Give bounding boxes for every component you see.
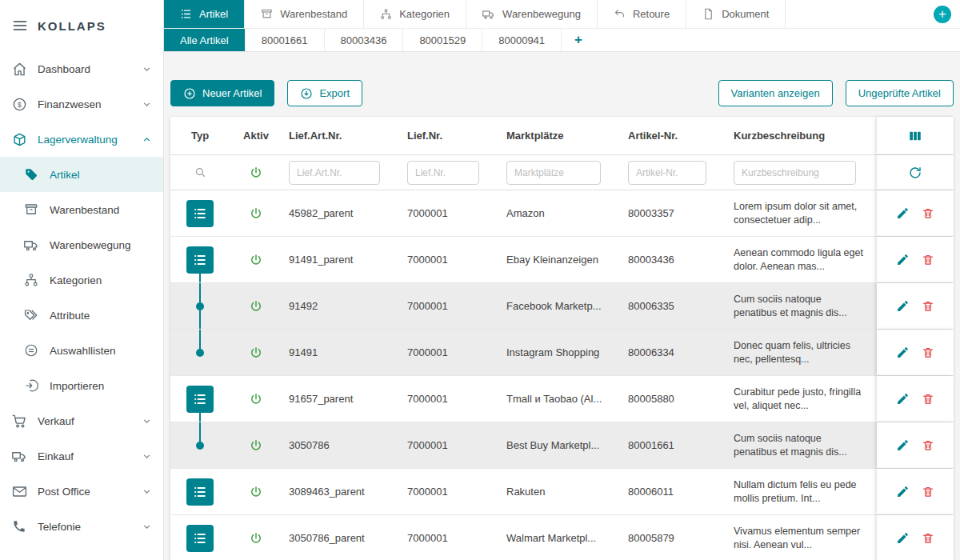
filter-artikel-nr-input[interactable] (628, 161, 706, 185)
active-toggle-icon[interactable] (249, 485, 263, 499)
tab-kategorien[interactable]: Kategorien (364, 0, 466, 28)
edit-icon[interactable] (896, 253, 910, 266)
add-article-tab-button[interactable]: + (562, 29, 595, 51)
active-toggle-icon[interactable] (249, 392, 263, 406)
column-header-lief-art-nr[interactable]: Lief.Art.Nr. (282, 130, 401, 142)
type-cell (170, 469, 230, 514)
warehouse-icon (11, 131, 27, 147)
module-tabbar: Artikel Warenbestand Kategorien Warenbew… (164, 0, 960, 29)
table-row[interactable]: 3050786 7000001 Best Buy Marketpl... 800… (170, 422, 954, 469)
parent-type-icon[interactable] (186, 246, 214, 274)
subtab-label: Alle Artikel (180, 34, 229, 46)
cart-icon (11, 413, 27, 429)
table-row[interactable]: 3089463_parent 7000001 Rakuten 80006011 … (170, 469, 954, 515)
tab-label: Warenbestand (280, 8, 347, 20)
edit-icon[interactable] (896, 531, 910, 545)
article-tab[interactable]: 80001661 (246, 29, 325, 51)
delete-icon[interactable] (922, 392, 934, 406)
column-header-aktiv[interactable]: Aktiv (230, 130, 282, 142)
active-toggle-icon[interactable] (249, 438, 263, 453)
active-filter-toggle-icon[interactable] (249, 166, 263, 180)
sidebar-item-importieren[interactable]: Importieren (0, 368, 163, 403)
table-row[interactable]: 91491 7000001 Instagram Shopping 8000633… (170, 330, 954, 376)
tree-node-dot (196, 349, 204, 357)
active-toggle-icon[interactable] (249, 253, 263, 267)
delete-icon[interactable] (922, 346, 934, 359)
active-toggle-icon[interactable] (249, 531, 263, 546)
sidebar-item-verkauf[interactable]: Verkauf (0, 403, 163, 438)
table-row[interactable]: 3050786_parent 7000001 Walmart Marketpl.… (170, 515, 954, 560)
delete-icon[interactable] (922, 299, 934, 313)
edit-icon[interactable] (896, 346, 910, 359)
active-toggle-icon[interactable] (249, 206, 263, 221)
sidebar-item-dashboard[interactable]: Dashboard (0, 51, 163, 86)
unchecked-articles-button[interactable]: Ungeprüfte Artikel (846, 80, 954, 106)
filter-lief-nr-input[interactable] (407, 161, 479, 185)
table-row[interactable]: 91491_parent 7000001 Ebay Kleinanzeigen … (170, 237, 954, 283)
article-tab-alle[interactable]: Alle Artikel (164, 29, 246, 51)
kurzbeschreibung-value: Vivamus elementum semper nisi. Aenean vu… (727, 525, 877, 552)
filter-kurzbeschreibung-input[interactable] (734, 161, 856, 185)
table-row[interactable]: 91492 7000001 Facebook Marketp... 800063… (170, 283, 954, 330)
refresh-icon[interactable] (908, 166, 922, 180)
delete-icon[interactable] (922, 531, 934, 545)
button-label: Ungeprüfte Artikel (858, 87, 941, 99)
active-toggle-icon[interactable] (249, 299, 263, 314)
sidebar-item-warenbewegung[interactable]: Warenbewegung (0, 227, 163, 262)
sidebar-item-attribute[interactable]: Attribute (0, 298, 163, 333)
column-header-lief-nr[interactable]: Lief.Nr. (401, 130, 500, 142)
tab-dokument[interactable]: Dokument (686, 0, 786, 28)
filter-lief-art-nr-input[interactable] (289, 161, 380, 185)
sidebar-item-lagerverwaltung[interactable]: Lagerverwaltung (0, 122, 163, 157)
sidebar-item-finanzwesen[interactable]: $ Finanzwesen (0, 86, 163, 122)
column-header-artikel-nr[interactable]: Artikel-Nr. (622, 130, 727, 142)
parent-type-icon[interactable] (186, 525, 214, 552)
parent-type-icon[interactable] (186, 478, 214, 506)
column-settings-icon[interactable] (908, 129, 922, 143)
column-header-kurzbeschreibung[interactable]: Kurzbeschreibung (727, 130, 877, 142)
active-toggle-icon[interactable] (249, 346, 263, 360)
article-tab[interactable]: 80000941 (482, 29, 562, 51)
tab-warenbewegung[interactable]: Warenbewegung (466, 0, 598, 28)
parent-type-icon[interactable] (186, 386, 214, 413)
export-button[interactable]: Export (287, 80, 362, 106)
table-header-row: Typ Aktiv Lief.Art.Nr. Lief.Nr. Marktplä… (170, 117, 954, 155)
delete-icon[interactable] (922, 253, 934, 266)
sidebar-item-warenbestand[interactable]: Warenbestand (0, 192, 163, 227)
delete-icon[interactable] (922, 438, 934, 452)
edit-icon[interactable] (896, 485, 910, 498)
add-tab-button[interactable]: + (934, 6, 951, 23)
edit-icon[interactable] (896, 438, 910, 452)
button-label: Varianten anzeigen (731, 87, 820, 99)
tab-artikel[interactable]: Artikel (164, 0, 245, 28)
column-header-marktplaetze[interactable]: Marktplätze (500, 130, 622, 142)
kurzbeschreibung-value: Aenean commodo ligula eget dolor. Aenean… (727, 246, 877, 274)
sidebar-item-kategorien[interactable]: Kategorien (0, 262, 163, 298)
article-tab[interactable]: 80001529 (403, 29, 482, 51)
tab-retoure[interactable]: Retoure (598, 0, 686, 28)
table-row[interactable]: 45982_parent 7000001 Amazon 80003357 Lor… (170, 190, 954, 237)
sidebar-item-einkauf[interactable]: Einkauf (0, 438, 163, 474)
show-variants-button[interactable]: Varianten anzeigen (718, 80, 833, 106)
sidebar-item-artikel[interactable]: Artikel (0, 157, 163, 192)
sidebar-item-post-office[interactable]: Post Office (0, 474, 163, 509)
type-cell (170, 422, 230, 468)
table-row[interactable]: 91657_parent 7000001 Tmall и Taobao (Al.… (170, 376, 954, 422)
column-header-typ[interactable]: Typ (170, 130, 230, 142)
button-label: Neuer Artikel (202, 87, 262, 99)
filter-marktplaetze-input[interactable] (506, 161, 601, 185)
hamburger-menu-icon[interactable] (12, 18, 28, 34)
delete-icon[interactable] (922, 485, 934, 498)
sidebar-item-telefonie[interactable]: Telefonie (0, 509, 163, 544)
new-article-button[interactable]: Neuer Artikel (170, 80, 274, 106)
article-tab[interactable]: 80003436 (325, 29, 404, 51)
svg-text:$: $ (18, 100, 22, 108)
edit-icon[interactable] (896, 392, 910, 406)
tab-warenbestand[interactable]: Warenbestand (245, 0, 364, 28)
parent-type-icon[interactable] (186, 200, 214, 227)
tab-label: Retoure (633, 8, 670, 20)
edit-icon[interactable] (896, 299, 910, 313)
delete-icon[interactable] (922, 206, 934, 220)
edit-icon[interactable] (896, 206, 910, 220)
sidebar-item-auswahllisten[interactable]: Auswahllisten (0, 333, 163, 368)
